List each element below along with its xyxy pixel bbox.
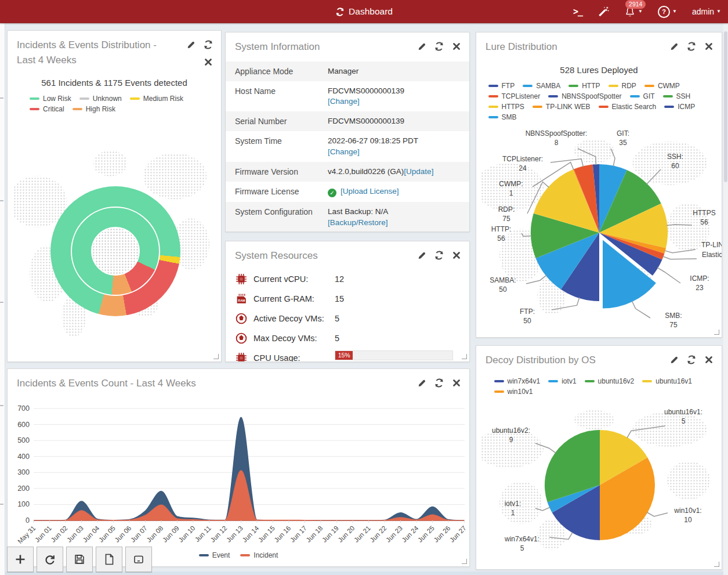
wand-icon[interactable] — [597, 6, 609, 17]
cpu-icon — [235, 273, 248, 285]
legend-item-https[interactable]: HTTPS — [488, 103, 524, 111]
caret-down-icon: ▼ — [638, 9, 643, 14]
panel-title: System Resources — [235, 248, 411, 263]
inline-link[interactable]: [Upload License] — [341, 187, 399, 196]
resource-row: Current vCPU:12 — [226, 269, 469, 289]
legend-item-rdp[interactable]: RDP — [609, 82, 636, 90]
resource-row: RAMCurrent G-RAM:15 — [226, 289, 469, 309]
close-icon[interactable] — [204, 57, 213, 67]
legend-item-git[interactable]: GIT — [630, 92, 655, 100]
legend-item-iotv1[interactable]: iotv1 — [548, 377, 576, 385]
reload-button[interactable] — [37, 547, 63, 572]
legend-item-critical[interactable]: Critical — [30, 105, 64, 113]
report-button[interactable] — [96, 547, 122, 572]
save-button[interactable] — [66, 547, 93, 572]
legend-item-ssh[interactable]: SSH — [663, 92, 691, 100]
legend-item-elastic-search[interactable]: Elastic Search — [599, 103, 657, 111]
document-icon — [103, 553, 115, 566]
pie-callout-label: Elastic Search — [702, 250, 722, 259]
scrollbar-thumb[interactable] — [724, 31, 727, 182]
close-icon[interactable] — [452, 378, 461, 388]
inline-link[interactable]: [Change] — [328, 96, 460, 107]
edit-pencil-icon[interactable] — [669, 42, 679, 51]
pie-callout-label: TP-LINK WEB — [701, 240, 722, 249]
legend-item-tp-link-web[interactable]: TP-LINK WEB — [533, 103, 591, 111]
inline-link[interactable]: [Change] — [328, 147, 460, 157]
refresh-icon — [335, 8, 344, 16]
close-icon[interactable] — [452, 251, 461, 260]
inline-link[interactable]: [Update] — [404, 167, 433, 176]
edit-pencil-icon[interactable] — [186, 40, 195, 49]
refresh-icon[interactable] — [434, 378, 444, 388]
row-label: Host Name — [235, 86, 328, 96]
legend-item-icmp[interactable]: ICMP — [664, 103, 695, 111]
inline-link[interactable]: [Backup/Restore] — [328, 218, 460, 228]
refresh-icon[interactable] — [687, 42, 696, 51]
legend-item-unknown[interactable]: Unknown — [79, 95, 122, 103]
page-scrollbar[interactable] — [723, 23, 728, 575]
row-label: System Configuration — [235, 207, 328, 216]
notifications-bell[interactable]: 2914 ▼ — [624, 6, 643, 17]
archive-button[interactable] — [125, 547, 152, 572]
pie-callout-label: iotv1: 1 — [505, 499, 521, 518]
resize-handle[interactable] — [462, 559, 467, 564]
legend-item-samba[interactable]: SAMBA — [523, 82, 560, 90]
chart-subtitle: 528 Lures Deployed — [476, 65, 722, 75]
resize-handle[interactable] — [213, 354, 219, 359]
legend-item-low-risk[interactable]: Low Risk — [30, 95, 71, 103]
terminal-icon[interactable]: >_ — [573, 6, 582, 17]
legend-swatch — [585, 380, 595, 382]
edit-pencil-icon[interactable] — [417, 378, 426, 388]
legend-item-win10v1[interactable]: win10v1 — [494, 388, 533, 396]
x-axis-tick-label: Jun 17 — [289, 525, 308, 544]
refresh-icon[interactable] — [204, 40, 213, 49]
pie-callout-label: HTTPS 56 — [693, 208, 715, 227]
table-row: Serial NumberFDCVMS0000000139 — [226, 111, 469, 131]
legend-label: SMB — [502, 113, 517, 121]
panel-actions — [669, 353, 713, 364]
row-label: System Time — [235, 136, 328, 146]
close-icon[interactable] — [452, 42, 461, 51]
legend-item-ubuntu16v1[interactable]: ubuntu16v1 — [642, 377, 692, 385]
x-axis-tick-label: Jun 25 — [416, 525, 436, 544]
edit-pencil-icon[interactable] — [417, 251, 426, 260]
help-menu[interactable]: ? ▼ — [658, 6, 677, 18]
legend-item-http[interactable]: HTTP — [568, 82, 600, 90]
edit-pencil-icon[interactable] — [669, 355, 679, 364]
close-icon[interactable] — [704, 42, 713, 51]
legend-item-high-risk[interactable]: High Risk — [73, 105, 115, 113]
legend-item-ftp[interactable]: FTP — [488, 82, 515, 90]
legend-item-cwmp[interactable]: CWMP — [644, 82, 680, 90]
refresh-icon[interactable] — [687, 355, 696, 364]
row-value: Last Backup: N/A[Backup/Restore] — [328, 207, 460, 227]
legend-item-nbnsspoofspotter[interactable]: NBNSSpoofSpotter — [548, 92, 621, 100]
legend-label: TP-LINK WEB — [546, 103, 591, 111]
legend-item-tcplistener[interactable]: TCPListener — [488, 92, 541, 100]
legend-item-medium-risk[interactable]: Medium Risk — [130, 95, 183, 103]
decoy-vm-icon — [235, 312, 248, 325]
refresh-icon[interactable] — [434, 42, 444, 51]
legend-item-ubuntu16v2[interactable]: ubuntu16v2 — [585, 377, 635, 385]
edit-pencil-icon[interactable] — [417, 42, 426, 51]
x-axis-tick-label: Jun 07 — [129, 525, 149, 544]
y-axis-tick-label: 100 — [17, 500, 30, 508]
close-icon[interactable] — [704, 355, 713, 364]
page-title: Dashboard — [349, 6, 393, 17]
legend-item-incident[interactable]: Incident — [240, 551, 278, 559]
pie-callout-label: NBNSSpoofSpotter: 8 — [526, 129, 588, 147]
legend-item-smb[interactable]: SMB — [488, 113, 517, 121]
chart-subtitle: 561 Incidents & 1175 Events detected — [8, 78, 221, 88]
add-widget-button[interactable] — [7, 547, 34, 572]
admin-menu[interactable]: admin ▼ — [692, 7, 721, 16]
left-rail — [0, 23, 5, 575]
legend-item-event[interactable]: Event — [199, 551, 230, 559]
legend-item-win7x64v1[interactable]: win7x64v1 — [494, 377, 541, 385]
chart-legend: FTPSAMBAHTTPRDPCWMPTCPListenerNBNSSpoofS… — [488, 82, 710, 121]
refresh-icon[interactable] — [434, 251, 444, 260]
pie-callout-label: win7x64v1: 5 — [505, 534, 539, 553]
x-axis-tick-label: Jun 10 — [178, 525, 197, 544]
pie-callout-label: SMB: 75 — [665, 311, 682, 330]
table-row: System ConfigurationLast Backup: N/A[Bac… — [226, 202, 469, 232]
legend-label: win7x64v1 — [508, 377, 541, 385]
resource-label: CPU Usage: — [253, 353, 335, 363]
